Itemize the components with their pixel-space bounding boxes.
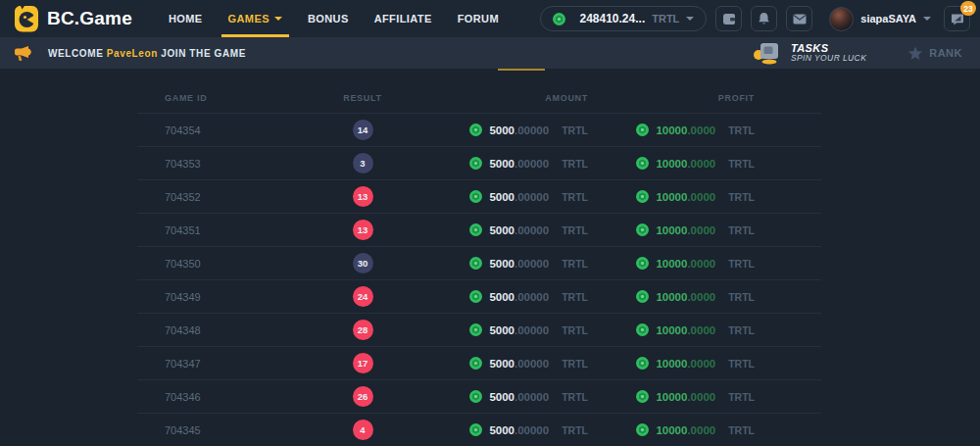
amount-currency: TRTL — [562, 124, 588, 136]
main-nav: HOME GAMES BONUS AFFILIATE FORUM — [156, 0, 512, 37]
table-row[interactable]: 704353 3 5000.00000 TRTL 10000. — [137, 146, 821, 179]
profit-value: 10000 — [656, 191, 687, 203]
amount-value: 5000 — [489, 258, 514, 270]
table-row[interactable]: 704351 13 5000.00000 TRTL 10000 — [137, 213, 821, 246]
amount-value: 5000 — [489, 391, 514, 403]
table-row[interactable]: 704350 30 5000.00000 TRTL 10000 — [137, 246, 821, 279]
game-id: 704347 — [137, 358, 314, 370]
amount-decimals: .00000 — [514, 124, 549, 136]
table-row[interactable]: 704345 4 5000.00000 TRTL 10000. — [137, 413, 821, 446]
profit-decimals: .0000 — [687, 424, 715, 436]
table-row[interactable]: 704348 28 5000.00000 TRTL 10000 — [137, 313, 821, 346]
amount-decimals: .00000 — [514, 191, 549, 203]
amount-decimals: .00000 — [514, 291, 549, 303]
announcement-banner: WELCOME PaveLeon JOIN THE GAME TASKS SPI… — [0, 37, 980, 69]
profit-cell: 10000.0000 TRTL — [636, 357, 755, 370]
spin-machine-icon — [753, 41, 782, 65]
amount-cell: 5000.00000 TRTL — [469, 323, 588, 336]
amount-value: 5000 — [489, 224, 514, 236]
profit-currency: TRTL — [728, 324, 755, 336]
rank-widget[interactable]: RANK — [907, 46, 962, 61]
star-icon — [907, 46, 923, 61]
balance-selector[interactable]: 248410.24... TRTL — [540, 6, 707, 31]
trtl-coin-icon — [636, 190, 649, 203]
amount-cell: 5000.00000 TRTL — [469, 157, 588, 170]
table-row[interactable]: 704354 14 5000.00000 TRTL 10000 — [137, 113, 821, 146]
top-navbar: BC.Game HOME GAMES BONUS AFFILIATE FORUM — [0, 0, 980, 37]
profit-cell: 10000.0000 TRTL — [636, 124, 755, 136]
amount-value: 5000 — [489, 324, 514, 336]
trtl-coin-icon — [636, 290, 649, 303]
result-cell: 3 — [353, 153, 373, 173]
trtl-coin-icon — [636, 423, 649, 436]
trtl-coin-icon — [469, 290, 482, 303]
result-cell: 4 — [353, 420, 373, 440]
amount-decimals: .00000 — [514, 358, 549, 370]
bell-icon — [758, 12, 770, 25]
amount-decimals: .00000 — [514, 391, 549, 403]
avatar — [829, 7, 854, 31]
profit-currency: TRTL — [728, 258, 755, 270]
amount-value: 5000 — [489, 291, 514, 303]
table-row[interactable]: 704349 24 5000.00000 TRTL 10000 — [137, 279, 821, 313]
amount-value: 5000 — [489, 358, 514, 370]
nav-item-games[interactable]: GAMES — [216, 0, 295, 37]
nav-item-home[interactable]: HOME — [156, 0, 216, 37]
chat-button[interactable]: 23 — [944, 6, 970, 31]
amount-currency: TRTL — [562, 291, 588, 303]
trtl-coin-icon — [636, 357, 649, 370]
nav-label: BONUS — [308, 13, 349, 25]
game-id: 704345 — [137, 424, 314, 436]
nav-label: AFFILIATE — [374, 13, 432, 25]
table-row[interactable]: 704347 17 5000.00000 TRTL 10000 — [137, 346, 821, 379]
messages-button[interactable] — [786, 6, 812, 31]
profit-cell: 10000.0000 TRTL — [636, 290, 755, 303]
notifications-button[interactable] — [751, 6, 777, 31]
result-badge: 17 — [353, 353, 373, 373]
profit-decimals: .0000 — [687, 158, 715, 170]
profit-value: 10000 — [656, 424, 687, 436]
balance-amount: 248410.24... — [579, 12, 645, 25]
wallet-button[interactable] — [715, 6, 742, 31]
table-row[interactable]: 704346 26 5000.00000 TRTL 10000 — [137, 379, 821, 413]
user-menu[interactable]: siapaSAYA — [829, 7, 931, 31]
nav-item-forum[interactable]: FORUM — [445, 0, 512, 37]
nav-label: FORUM — [458, 13, 499, 25]
profit-cell: 10000.0000 TRTL — [636, 257, 755, 270]
brand-logo[interactable]: BC.Game — [14, 5, 132, 32]
chat-icon — [951, 13, 964, 25]
amount-cell: 5000.00000 TRTL — [469, 257, 588, 270]
welcome-suffix: JOIN THE GAME — [161, 48, 246, 59]
profit-currency: TRTL — [728, 158, 755, 170]
tasks-widget[interactable]: TASKS SPIN YOUR LUCK — [753, 41, 866, 65]
profit-currency: TRTL — [728, 358, 755, 370]
result-cell: 13 — [353, 186, 373, 207]
nav-item-affiliate[interactable]: AFFILIATE — [362, 0, 445, 37]
profit-currency: TRTL — [728, 124, 755, 136]
nav-item-bonus[interactable]: BONUS — [295, 0, 362, 37]
profit-currency: TRTL — [728, 291, 755, 303]
profit-cell: 10000.0000 TRTL — [636, 390, 755, 403]
result-badge: 26 — [353, 386, 373, 407]
result-badge: 30 — [353, 253, 373, 273]
profit-value: 10000 — [656, 324, 687, 336]
amount-cell: 5000.00000 TRTL — [469, 390, 588, 403]
amount-decimals: .00000 — [514, 258, 549, 270]
result-badge: 3 — [353, 153, 373, 173]
welcome-username[interactable]: PaveLeon — [107, 48, 158, 59]
amount-cell: 5000.00000 TRTL — [469, 290, 588, 303]
table-row[interactable]: 704352 13 5000.00000 TRTL 10000 — [137, 179, 821, 213]
profit-value: 10000 — [656, 291, 687, 303]
profit-cell: 10000.0000 TRTL — [636, 423, 755, 436]
profit-decimals: .0000 — [687, 324, 715, 336]
trtl-coin-icon — [469, 157, 482, 170]
trtl-coin-icon — [636, 323, 649, 336]
profit-value: 10000 — [656, 158, 687, 170]
trtl-coin-icon — [469, 223, 482, 236]
tasks-subtitle: SPIN YOUR LUCK — [791, 54, 866, 64]
brand-name: BC.Game — [47, 8, 132, 29]
nav-label: GAMES — [228, 13, 270, 25]
result-badge: 24 — [353, 286, 373, 307]
username: siapaSAYA — [860, 13, 916, 25]
mail-icon — [793, 14, 807, 25]
